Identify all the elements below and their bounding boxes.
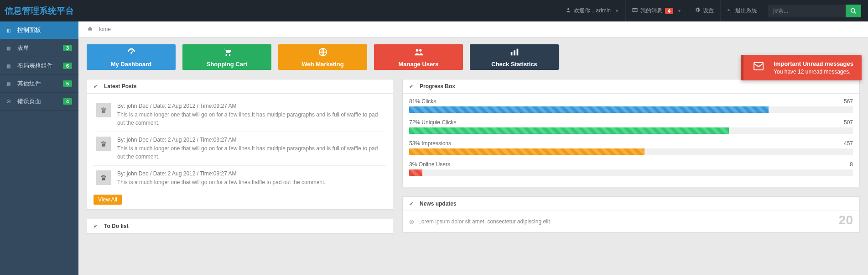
progress-fill [409, 148, 645, 155]
panel-title: News updates [420, 201, 457, 207]
post-item: ♛ By: john Deo / Date: 2 Aug 2012 / Time… [94, 98, 386, 132]
svg-point-5 [229, 54, 230, 56]
panel-body: 81% Clicks567 72% Uniquie Clicks507 53% … [403, 94, 859, 187]
progress-bar [409, 127, 853, 134]
svg-rect-9 [510, 52, 512, 55]
tile-label: Check Statistics [491, 61, 537, 68]
breadcrumb-home[interactable]: Home [96, 26, 111, 32]
panel-title: Progress Box [420, 83, 455, 90]
top-navbar: 信息管理系统平台 欢迎你，admin ▼ 我的消息 4 ▼ 设置 [0, 0, 868, 21]
tile-stats[interactable]: Check Statistics [470, 44, 559, 70]
bullet-icon: ◎ [409, 218, 414, 225]
home-icon: ◧ [6, 28, 13, 33]
stats-icon [509, 47, 520, 59]
sidebar-badge: 3 [63, 45, 72, 51]
panel-head: ✔ News updates [403, 197, 859, 211]
panel-head: ✔ To Do list [87, 219, 393, 233]
post-meta: By: john Deo / Date: 2 Aug 2012 / Time:0… [117, 170, 326, 177]
latest-posts-panel: ✔ Latest Posts ♛ By: john Deo / Date: 2 … [87, 79, 393, 210]
progress-value: 8 [850, 161, 853, 168]
post-text: This is a much longer one that will go o… [117, 178, 326, 186]
search-input[interactable] [768, 5, 846, 17]
logout-icon [727, 7, 733, 14]
sidebar-item-other[interactable]: ▦ 其他组件 5 [0, 75, 78, 93]
post-text: This is a much longer one that will go o… [117, 144, 384, 161]
nav-right: 欢迎你，admin ▼ 我的消息 4 ▼ 设置 退出系统 [559, 0, 861, 21]
users-icon [414, 47, 424, 59]
right-column: ✔ Progress Box 81% Clicks567 72% Uniquie… [402, 79, 860, 242]
tile-label: My Dashboard [111, 61, 152, 68]
search-button[interactable] [846, 5, 861, 17]
progress-value: 507 [844, 119, 853, 126]
messages-badge: 4 [665, 8, 673, 14]
tile-users[interactable]: Manage Users [374, 44, 463, 70]
panel-body: 20 ◎ Lorem ipsum dolor sit amet, consect… [403, 211, 859, 232]
progress-label: 53% Impressions [409, 140, 451, 147]
progress-item: 3% Online Users8 [409, 161, 853, 176]
svg-point-7 [416, 49, 418, 52]
news-panel: ✔ News updates 20 ◎ Lorem ipsum dolor si… [402, 196, 860, 233]
sidebar-item-layout[interactable]: ▦ 布局表格组件 6 [0, 57, 78, 75]
chevron-down-icon[interactable]: ✔ [409, 201, 413, 207]
tile-cart[interactable]: Shopping Cart [182, 44, 271, 70]
left-column: ✔ Latest Posts ♛ By: john Deo / Date: 2 … [87, 79, 393, 243]
welcome-text: 欢迎你，admin [574, 7, 611, 15]
svg-rect-11 [516, 48, 518, 55]
messages-dropdown[interactable]: 我的消息 4 ▼ [625, 0, 688, 21]
view-all-button[interactable]: View All [94, 195, 122, 205]
svg-point-4 [225, 54, 227, 56]
toast-body: Important Unread messages You have 12 un… [774, 60, 853, 75]
post-content: By: john Deo / Date: 2 Aug 2012 / Time:0… [117, 137, 384, 161]
grid-icon: ▦ [6, 81, 13, 86]
panel-title: Latest Posts [104, 83, 136, 90]
tile-marketing[interactable]: Web Marketing [278, 44, 367, 70]
progress-label: 81% Clicks [409, 98, 436, 105]
sidebar-item-label: 控制面板 [17, 26, 41, 34]
messages-label: 我的消息 [640, 7, 662, 15]
news-count: 20 [839, 213, 853, 227]
post-meta: By: john Deo / Date: 2 Aug 2012 / Time:0… [117, 103, 384, 109]
toast-notification[interactable]: Important Unread messages You have 12 un… [741, 55, 862, 80]
progress-bar [409, 106, 853, 113]
sidebar-item-label: 其他组件 [17, 79, 41, 88]
welcome-dropdown[interactable]: 欢迎你，admin ▼ [559, 0, 625, 21]
sidebar-item-label: 表单 [17, 44, 29, 52]
progress-label: 3% Online Users [409, 161, 450, 168]
search-icon [850, 8, 857, 14]
tile-label: Manage Users [398, 61, 438, 68]
sidebar-item-errors[interactable]: ⦿ 错误页面 4 [0, 93, 78, 111]
sidebar-item-label: 布局表格组件 [17, 62, 53, 70]
toast-text: You have 12 unread messages. [774, 69, 853, 75]
svg-point-2 [851, 8, 855, 12]
sidebar-badge: 4 [63, 98, 72, 105]
post-content: By: john Deo / Date: 2 Aug 2012 / Time:0… [117, 170, 326, 186]
progress-item: 81% Clicks567 [409, 98, 853, 113]
progress-item: 72% Uniquie Clicks507 [409, 119, 853, 134]
progress-panel: ✔ Progress Box 81% Clicks567 72% Uniquie… [402, 79, 860, 187]
avatar: ♛ [96, 103, 111, 117]
svg-rect-10 [514, 50, 515, 55]
check-icon[interactable]: ✔ [409, 84, 413, 90]
envelope-icon [632, 7, 638, 14]
envelope-icon [752, 61, 765, 75]
brand-title[interactable]: 信息管理系统平台 [5, 5, 74, 17]
tile-dashboard[interactable]: My Dashboard [87, 44, 176, 70]
news-item: ◎ Lorem ipsum dolor sit amet, consectetu… [409, 216, 853, 227]
sidebar: ◧ 控制面板 ▦ 表单 3 ▦ 布局表格组件 6 ▦ 其他组件 5 ⦿ 错误页面… [0, 21, 78, 275]
sidebar-item-dashboard[interactable]: ◧ 控制面板 [0, 21, 78, 39]
tile-label: Shopping Cart [207, 61, 248, 68]
sidebar-item-forms[interactable]: ▦ 表单 3 [0, 39, 78, 57]
globe-icon [318, 47, 328, 59]
dashboard-icon [126, 47, 136, 59]
user-icon [566, 7, 571, 14]
settings-link[interactable]: 设置 [688, 0, 720, 21]
chevron-down-icon[interactable]: ✔ [94, 223, 98, 229]
breadcrumb: Home [78, 21, 868, 37]
cart-icon [222, 47, 232, 59]
chevron-down-icon[interactable]: ✔ [94, 84, 98, 90]
sidebar-badge: 5 [63, 80, 72, 87]
progress-fill [409, 169, 422, 176]
logout-link[interactable]: 退出系统 [720, 0, 764, 21]
progress-value: 567 [844, 98, 853, 105]
logout-label: 退出系统 [735, 7, 757, 15]
